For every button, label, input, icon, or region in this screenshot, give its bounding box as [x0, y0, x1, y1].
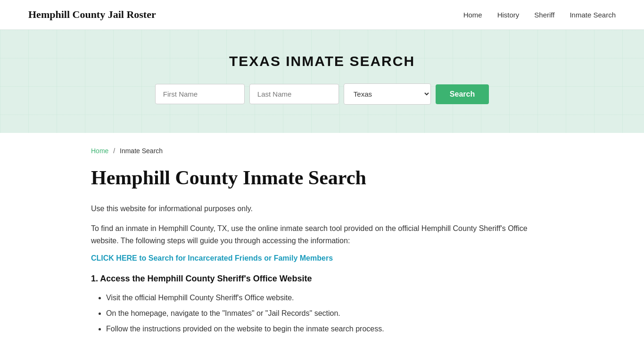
list-item: Visit the official Hemphill County Sheri… — [106, 291, 553, 305]
main-content: Home / Inmate Search Hemphill County Inm… — [63, 133, 581, 362]
page-title: Hemphill County Inmate Search — [91, 166, 553, 189]
search-banner: TEXAS INMATE SEARCH Texas Alabama Alaska… — [0, 30, 644, 133]
breadcrumb-separator: / — [113, 147, 115, 155]
intro-paragraph-1: Use this website for informational purpo… — [91, 203, 553, 215]
breadcrumb-home[interactable]: Home — [91, 147, 108, 155]
site-title: Hemphill County Jail Roster — [28, 8, 156, 21]
first-name-input[interactable] — [155, 84, 245, 104]
search-button[interactable]: Search — [436, 84, 489, 104]
intro-paragraph-2: To find an inmate in Hemphill County, TX… — [91, 222, 553, 247]
cta-link[interactable]: CLICK HERE to Search for Incarcerated Fr… — [91, 254, 553, 263]
list-item: On the homepage, navigate to the "Inmate… — [106, 307, 553, 321]
list-item: Follow the instructions provided on the … — [106, 322, 553, 336]
nav-sheriff[interactable]: Sheriff — [534, 11, 554, 19]
state-select[interactable]: Texas Alabama Alaska Arizona Arkansas Ca… — [344, 83, 431, 105]
breadcrumb: Home / Inmate Search — [91, 147, 553, 155]
breadcrumb-current: Inmate Search — [120, 147, 163, 155]
site-header: Hemphill County Jail Roster Home History… — [0, 0, 644, 30]
nav-home[interactable]: Home — [463, 11, 482, 19]
site-nav: Home History Sheriff Inmate Search — [463, 11, 616, 19]
section1-heading: 1. Access the Hemphill County Sheriff's … — [91, 274, 553, 284]
nav-inmate-search[interactable]: Inmate Search — [570, 11, 616, 19]
search-form: Texas Alabama Alaska Arizona Arkansas Ca… — [9, 83, 635, 105]
bullet-list: Visit the official Hemphill County Sheri… — [91, 291, 553, 336]
banner-title: TEXAS INMATE SEARCH — [9, 53, 635, 69]
nav-history[interactable]: History — [497, 11, 520, 19]
last-name-input[interactable] — [249, 84, 339, 104]
